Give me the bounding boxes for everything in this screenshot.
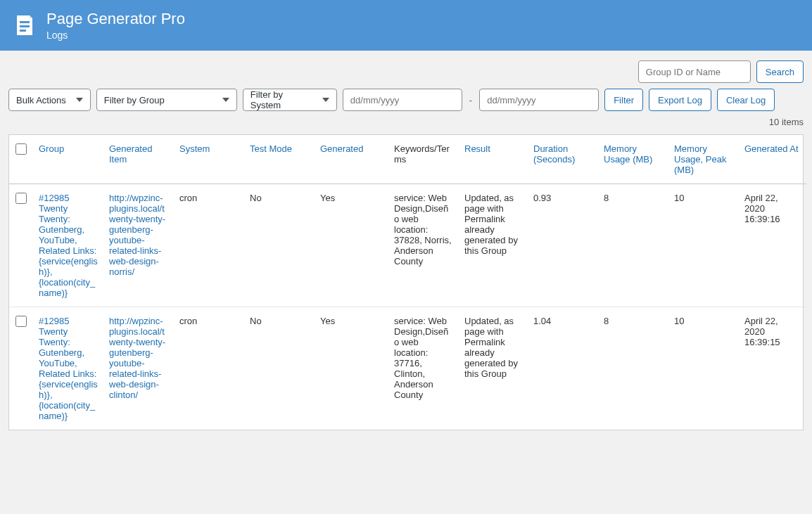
filter-group-select[interactable]: Filter by Group bbox=[96, 89, 237, 111]
generated-item-link[interactable]: http://wpzinc-plugins.local/twenty-twent… bbox=[109, 316, 165, 400]
col-system[interactable]: System bbox=[179, 143, 210, 154]
col-memory-peak[interactable]: Memory Usage, Peak (MB) bbox=[674, 143, 726, 175]
generated-item-link[interactable]: http://wpzinc-plugins.local/twenty-twent… bbox=[109, 193, 165, 277]
cell-generated: Yes bbox=[315, 307, 388, 430]
app-header: Page Generator Pro Logs bbox=[0, 0, 812, 51]
filter-system-select[interactable]: Filter by System bbox=[243, 89, 337, 111]
date-range-separator: - bbox=[468, 95, 474, 105]
select-all-checkbox[interactable] bbox=[15, 143, 27, 155]
cell-result: Updated, as page with Permalink already … bbox=[459, 184, 528, 307]
row-checkbox[interactable] bbox=[15, 316, 27, 327]
items-count: 10 items bbox=[769, 117, 804, 127]
svg-rect-1 bbox=[20, 21, 30, 23]
col-generated-at[interactable]: Generated At bbox=[744, 143, 799, 154]
bulk-actions-select[interactable]: Bulk Actions bbox=[8, 89, 91, 111]
filter-system-label: Filter by System bbox=[250, 89, 312, 110]
table-row: #12985 Twenty Twenty: Gutenberg, YouTube… bbox=[9, 184, 806, 307]
date-from-input[interactable] bbox=[343, 89, 462, 111]
search-input[interactable] bbox=[638, 60, 751, 83]
svg-rect-2 bbox=[20, 25, 30, 27]
chevron-down-icon bbox=[322, 98, 329, 102]
cell-result: Updated, as page with Permalink already … bbox=[459, 307, 528, 430]
cell-system: cron bbox=[174, 184, 244, 307]
cell-test-mode: No bbox=[244, 307, 315, 430]
cell-generated: Yes bbox=[315, 184, 388, 307]
logs-table: Group Generated Item System Test Mode Ge… bbox=[9, 135, 806, 430]
table-row: #12985 Twenty Twenty: Gutenberg, YouTube… bbox=[9, 307, 806, 430]
group-link[interactable]: #12985 Twenty Twenty: Gutenberg, YouTube… bbox=[39, 316, 98, 421]
page-title: Page Generator Pro bbox=[46, 10, 185, 28]
cell-duration: 0.93 bbox=[528, 184, 598, 307]
export-log-button[interactable]: Export Log bbox=[649, 89, 711, 111]
cell-memory-peak: 10 bbox=[668, 184, 739, 307]
col-test-mode[interactable]: Test Mode bbox=[250, 143, 292, 154]
filter-button[interactable]: Filter bbox=[604, 89, 643, 111]
col-generated-item[interactable]: Generated Item bbox=[109, 143, 152, 165]
col-group[interactable]: Group bbox=[39, 143, 64, 154]
search-button[interactable]: Search bbox=[756, 60, 804, 83]
page-subtitle: Logs bbox=[46, 30, 185, 41]
col-result[interactable]: Result bbox=[464, 143, 490, 154]
app-logo-icon bbox=[13, 13, 37, 37]
chevron-down-icon bbox=[222, 98, 229, 102]
cell-memory-peak: 10 bbox=[668, 307, 739, 430]
bulk-actions-label: Bulk Actions bbox=[16, 95, 66, 105]
clear-log-button[interactable]: Clear Log bbox=[717, 89, 775, 111]
logs-table-wrap: Group Generated Item System Test Mode Ge… bbox=[8, 134, 804, 430]
table-header-row: Group Generated Item System Test Mode Ge… bbox=[9, 135, 806, 184]
group-link[interactable]: #12985 Twenty Twenty: Gutenberg, YouTube… bbox=[39, 193, 98, 298]
cell-system: cron bbox=[174, 307, 244, 430]
svg-rect-3 bbox=[20, 30, 26, 32]
col-generated[interactable]: Generated bbox=[320, 143, 363, 154]
cell-keywords: service: Web Design,Diseño web location:… bbox=[388, 184, 459, 307]
cell-keywords: service: Web Design,Diseño web location:… bbox=[388, 307, 459, 430]
col-memory[interactable]: Memory Usage (MB) bbox=[604, 143, 652, 165]
cell-memory: 8 bbox=[598, 307, 668, 430]
row-checkbox[interactable] bbox=[15, 193, 27, 204]
col-duration[interactable]: Duration (Seconds) bbox=[533, 143, 575, 165]
date-to-input[interactable] bbox=[479, 89, 599, 111]
cell-generated-at: April 22, 2020 16:39:16 bbox=[739, 184, 806, 307]
cell-memory: 8 bbox=[598, 184, 668, 307]
filter-group-label: Filter by Group bbox=[104, 95, 165, 105]
col-keywords: Keywords/Terms bbox=[388, 135, 459, 184]
cell-generated-at: April 22, 2020 16:39:15 bbox=[739, 307, 806, 430]
cell-test-mode: No bbox=[244, 184, 315, 307]
cell-duration: 1.04 bbox=[528, 307, 598, 430]
chevron-down-icon bbox=[76, 98, 83, 102]
